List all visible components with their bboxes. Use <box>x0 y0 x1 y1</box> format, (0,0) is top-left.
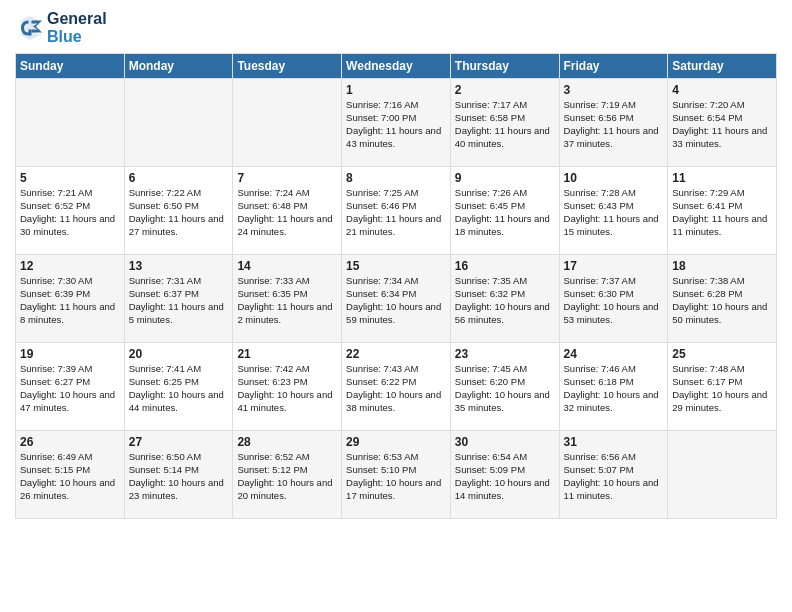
day-header: Saturday <box>668 54 777 79</box>
day-cell: 30Sunrise: 6:54 AM Sunset: 5:09 PM Dayli… <box>450 431 559 519</box>
logo-icon <box>15 13 45 43</box>
day-number: 18 <box>672 259 772 273</box>
day-cell: 4Sunrise: 7:20 AM Sunset: 6:54 PM Daylig… <box>668 79 777 167</box>
day-cell: 20Sunrise: 7:41 AM Sunset: 6:25 PM Dayli… <box>124 343 233 431</box>
day-number: 15 <box>346 259 446 273</box>
day-cell: 31Sunrise: 6:56 AM Sunset: 5:07 PM Dayli… <box>559 431 668 519</box>
day-info: Sunrise: 7:24 AM Sunset: 6:48 PM Dayligh… <box>237 187 337 238</box>
day-header: Monday <box>124 54 233 79</box>
day-header: Wednesday <box>342 54 451 79</box>
day-number: 20 <box>129 347 229 361</box>
day-info: Sunrise: 7:39 AM Sunset: 6:27 PM Dayligh… <box>20 363 120 414</box>
day-info: Sunrise: 7:26 AM Sunset: 6:45 PM Dayligh… <box>455 187 555 238</box>
header: General Blue <box>15 10 777 45</box>
day-number: 9 <box>455 171 555 185</box>
day-info: Sunrise: 7:22 AM Sunset: 6:50 PM Dayligh… <box>129 187 229 238</box>
day-number: 17 <box>564 259 664 273</box>
day-number: 8 <box>346 171 446 185</box>
day-info: Sunrise: 7:21 AM Sunset: 6:52 PM Dayligh… <box>20 187 120 238</box>
day-cell: 25Sunrise: 7:48 AM Sunset: 6:17 PM Dayli… <box>668 343 777 431</box>
day-cell: 14Sunrise: 7:33 AM Sunset: 6:35 PM Dayli… <box>233 255 342 343</box>
day-cell <box>16 79 125 167</box>
day-info: Sunrise: 7:38 AM Sunset: 6:28 PM Dayligh… <box>672 275 772 326</box>
day-number: 5 <box>20 171 120 185</box>
day-number: 14 <box>237 259 337 273</box>
day-info: Sunrise: 7:41 AM Sunset: 6:25 PM Dayligh… <box>129 363 229 414</box>
week-row: 26Sunrise: 6:49 AM Sunset: 5:15 PM Dayli… <box>16 431 777 519</box>
day-cell: 9Sunrise: 7:26 AM Sunset: 6:45 PM Daylig… <box>450 167 559 255</box>
day-number: 28 <box>237 435 337 449</box>
day-info: Sunrise: 6:49 AM Sunset: 5:15 PM Dayligh… <box>20 451 120 502</box>
day-info: Sunrise: 6:56 AM Sunset: 5:07 PM Dayligh… <box>564 451 664 502</box>
day-info: Sunrise: 7:45 AM Sunset: 6:20 PM Dayligh… <box>455 363 555 414</box>
day-number: 29 <box>346 435 446 449</box>
day-number: 27 <box>129 435 229 449</box>
day-number: 25 <box>672 347 772 361</box>
day-cell: 12Sunrise: 7:30 AM Sunset: 6:39 PM Dayli… <box>16 255 125 343</box>
day-cell: 3Sunrise: 7:19 AM Sunset: 6:56 PM Daylig… <box>559 79 668 167</box>
day-cell: 11Sunrise: 7:29 AM Sunset: 6:41 PM Dayli… <box>668 167 777 255</box>
calendar-container: General Blue SundayMondayTuesdayWednesda… <box>0 0 792 529</box>
day-info: Sunrise: 7:25 AM Sunset: 6:46 PM Dayligh… <box>346 187 446 238</box>
day-number: 1 <box>346 83 446 97</box>
day-info: Sunrise: 7:19 AM Sunset: 6:56 PM Dayligh… <box>564 99 664 150</box>
day-info: Sunrise: 7:37 AM Sunset: 6:30 PM Dayligh… <box>564 275 664 326</box>
day-info: Sunrise: 7:31 AM Sunset: 6:37 PM Dayligh… <box>129 275 229 326</box>
day-header: Friday <box>559 54 668 79</box>
day-info: Sunrise: 6:53 AM Sunset: 5:10 PM Dayligh… <box>346 451 446 502</box>
day-cell: 26Sunrise: 6:49 AM Sunset: 5:15 PM Dayli… <box>16 431 125 519</box>
day-number: 2 <box>455 83 555 97</box>
day-cell: 13Sunrise: 7:31 AM Sunset: 6:37 PM Dayli… <box>124 255 233 343</box>
day-cell: 28Sunrise: 6:52 AM Sunset: 5:12 PM Dayli… <box>233 431 342 519</box>
day-number: 13 <box>129 259 229 273</box>
day-number: 23 <box>455 347 555 361</box>
day-cell: 16Sunrise: 7:35 AM Sunset: 6:32 PM Dayli… <box>450 255 559 343</box>
day-number: 4 <box>672 83 772 97</box>
day-cell: 5Sunrise: 7:21 AM Sunset: 6:52 PM Daylig… <box>16 167 125 255</box>
day-number: 12 <box>20 259 120 273</box>
day-cell: 24Sunrise: 7:46 AM Sunset: 6:18 PM Dayli… <box>559 343 668 431</box>
day-number: 6 <box>129 171 229 185</box>
week-row: 5Sunrise: 7:21 AM Sunset: 6:52 PM Daylig… <box>16 167 777 255</box>
day-info: Sunrise: 7:29 AM Sunset: 6:41 PM Dayligh… <box>672 187 772 238</box>
day-cell: 19Sunrise: 7:39 AM Sunset: 6:27 PM Dayli… <box>16 343 125 431</box>
logo-text: General Blue <box>47 10 107 45</box>
day-cell <box>668 431 777 519</box>
day-number: 26 <box>20 435 120 449</box>
day-info: Sunrise: 6:54 AM Sunset: 5:09 PM Dayligh… <box>455 451 555 502</box>
day-number: 31 <box>564 435 664 449</box>
day-cell <box>233 79 342 167</box>
day-cell: 29Sunrise: 6:53 AM Sunset: 5:10 PM Dayli… <box>342 431 451 519</box>
day-header: Thursday <box>450 54 559 79</box>
day-number: 10 <box>564 171 664 185</box>
day-info: Sunrise: 7:28 AM Sunset: 6:43 PM Dayligh… <box>564 187 664 238</box>
day-cell <box>124 79 233 167</box>
day-info: Sunrise: 7:30 AM Sunset: 6:39 PM Dayligh… <box>20 275 120 326</box>
logo: General Blue <box>15 10 107 45</box>
calendar-table: SundayMondayTuesdayWednesdayThursdayFrid… <box>15 53 777 519</box>
day-cell: 27Sunrise: 6:50 AM Sunset: 5:14 PM Dayli… <box>124 431 233 519</box>
day-info: Sunrise: 7:43 AM Sunset: 6:22 PM Dayligh… <box>346 363 446 414</box>
day-number: 7 <box>237 171 337 185</box>
day-info: Sunrise: 7:48 AM Sunset: 6:17 PM Dayligh… <box>672 363 772 414</box>
day-info: Sunrise: 7:20 AM Sunset: 6:54 PM Dayligh… <box>672 99 772 150</box>
day-header: Tuesday <box>233 54 342 79</box>
day-cell: 21Sunrise: 7:42 AM Sunset: 6:23 PM Dayli… <box>233 343 342 431</box>
day-number: 19 <box>20 347 120 361</box>
day-cell: 8Sunrise: 7:25 AM Sunset: 6:46 PM Daylig… <box>342 167 451 255</box>
day-info: Sunrise: 7:42 AM Sunset: 6:23 PM Dayligh… <box>237 363 337 414</box>
day-info: Sunrise: 6:52 AM Sunset: 5:12 PM Dayligh… <box>237 451 337 502</box>
day-cell: 6Sunrise: 7:22 AM Sunset: 6:50 PM Daylig… <box>124 167 233 255</box>
day-cell: 2Sunrise: 7:17 AM Sunset: 6:58 PM Daylig… <box>450 79 559 167</box>
day-info: Sunrise: 6:50 AM Sunset: 5:14 PM Dayligh… <box>129 451 229 502</box>
week-row: 12Sunrise: 7:30 AM Sunset: 6:39 PM Dayli… <box>16 255 777 343</box>
day-number: 3 <box>564 83 664 97</box>
week-row: 1Sunrise: 7:16 AM Sunset: 7:00 PM Daylig… <box>16 79 777 167</box>
day-number: 22 <box>346 347 446 361</box>
day-cell: 18Sunrise: 7:38 AM Sunset: 6:28 PM Dayli… <box>668 255 777 343</box>
day-cell: 23Sunrise: 7:45 AM Sunset: 6:20 PM Dayli… <box>450 343 559 431</box>
day-number: 24 <box>564 347 664 361</box>
day-cell: 17Sunrise: 7:37 AM Sunset: 6:30 PM Dayli… <box>559 255 668 343</box>
day-cell: 15Sunrise: 7:34 AM Sunset: 6:34 PM Dayli… <box>342 255 451 343</box>
header-row: SundayMondayTuesdayWednesdayThursdayFrid… <box>16 54 777 79</box>
